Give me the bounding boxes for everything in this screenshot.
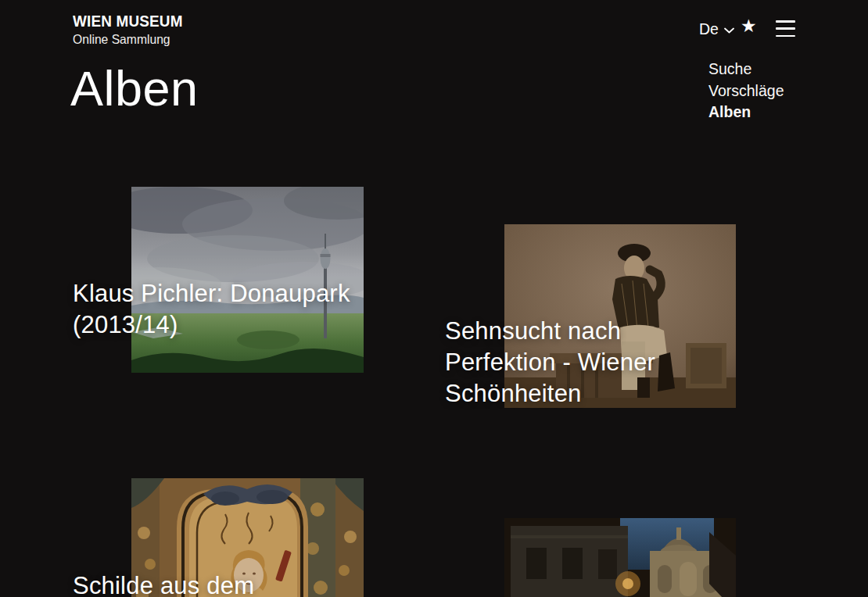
album-card-night-painting[interactable] bbox=[504, 518, 736, 597]
album-title: Klaus Pichler: Donaupark (2013/14) bbox=[73, 278, 356, 341]
hamburger-icon bbox=[776, 20, 795, 23]
page-title: Alben bbox=[70, 64, 199, 113]
language-label: De bbox=[699, 20, 719, 38]
album-card-donaupark[interactable]: Klaus Pichler: Donaupark (2013/14) bbox=[73, 187, 366, 373]
logo[interactable]: WIEN MUSEUM Online Sammlung bbox=[73, 13, 195, 47]
chevron-down-icon bbox=[724, 27, 734, 34]
album-title: Sehnsucht nach Perfektion - Wiener Schön… bbox=[445, 316, 712, 409]
site-nav: Suche Vorschläge Alben bbox=[708, 59, 784, 123]
nav-item-suche[interactable]: Suche bbox=[708, 59, 784, 80]
star-icon: ★ bbox=[741, 16, 757, 36]
album-card-wiener-schoenheiten[interactable]: Sehnsucht nach Perfektion - Wiener Schön… bbox=[445, 224, 738, 408]
language-switcher[interactable]: De bbox=[699, 20, 734, 38]
favorites-button[interactable]: ★ bbox=[741, 17, 757, 35]
album-card-schilde[interactable]: Schilde aus dem bbox=[73, 478, 366, 597]
alben-page: WIEN MUSEUM Online Sammlung De ★ Suche V… bbox=[0, 0, 868, 597]
album-cover-night-painting-image bbox=[504, 518, 736, 597]
logo-subtitle: Online Sammlung bbox=[73, 32, 188, 47]
album-title: Schilde aus dem bbox=[73, 570, 356, 597]
nav-item-alben[interactable]: Alben bbox=[708, 102, 784, 123]
menu-button[interactable] bbox=[776, 20, 795, 37]
logo-title: WIEN MUSEUM bbox=[73, 13, 183, 30]
nav-item-vorschlaege[interactable]: Vorschläge bbox=[708, 80, 784, 102]
